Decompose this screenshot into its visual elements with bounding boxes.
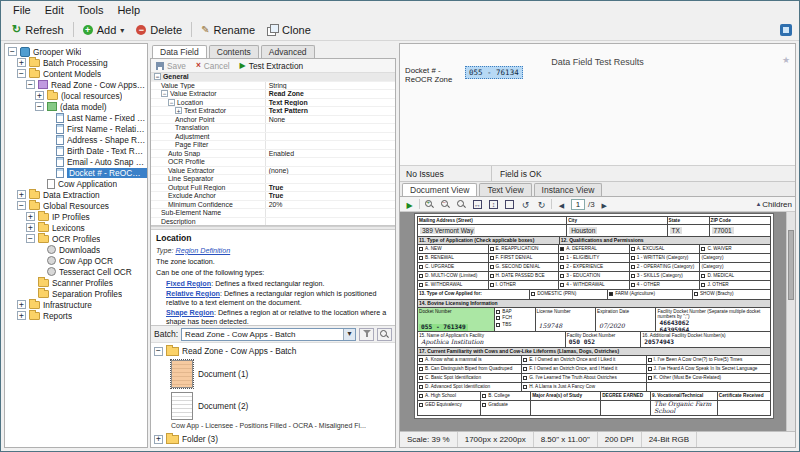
run-button[interactable] <box>403 198 416 210</box>
property-value[interactable]: Read Zone <box>266 90 395 98</box>
vertical-scrollbar[interactable] <box>786 212 795 431</box>
checkbox-icon[interactable] <box>419 358 423 362</box>
collapse-icon[interactable]: − <box>161 90 168 97</box>
checkbox-icon[interactable] <box>631 256 635 260</box>
star-icon[interactable] <box>782 56 790 65</box>
scrollbar-thumb[interactable] <box>788 230 794 300</box>
tree-item-lexicons[interactable]: +Lexicons <box>5 222 147 233</box>
children-control[interactable]: Children <box>757 200 792 209</box>
property-row-value-type[interactable]: Value TypeString <box>151 82 395 91</box>
checkbox-icon[interactable] <box>523 376 527 380</box>
property-row-value-extractor[interactable]: −Value ExtractorRead Zone <box>151 90 395 99</box>
checkbox-icon[interactable] <box>648 376 652 380</box>
fit-height-button[interactable] <box>487 198 500 210</box>
batch-doc-document-1[interactable]: Document (1) <box>151 358 395 390</box>
checkbox-icon[interactable] <box>419 403 423 407</box>
property-row-anchor-point[interactable]: Anchor PointNone <box>151 116 395 125</box>
property-value[interactable]: 20% <box>266 201 395 209</box>
checkbox-icon[interactable] <box>560 265 564 269</box>
tab-data-field[interactable]: Data Field <box>152 45 207 58</box>
tree-item-ip-profiles[interactable]: +IP Profiles <box>5 211 147 222</box>
checkbox-icon[interactable] <box>496 323 500 327</box>
filter-button[interactable] <box>359 328 374 341</box>
tree-item-local-resources[interactable]: +(local resources) <box>5 90 147 101</box>
property-value[interactable]: True <box>266 192 395 200</box>
tree-item-last-name-fixed-region[interactable]: Last Name - Fixed Region <box>5 112 147 123</box>
next-page-button[interactable] <box>598 198 611 210</box>
checkbox-icon[interactable] <box>419 283 423 287</box>
zoom-select-button[interactable] <box>455 198 468 210</box>
test-extraction-button[interactable]: Test Extraction <box>240 61 304 71</box>
property-row-value-extractor[interactable]: Value Extractor(none) <box>151 167 395 176</box>
tree-item-downloads[interactable]: Downloads <box>5 244 147 255</box>
property-row-line-separator[interactable]: Line Separator <box>151 175 395 184</box>
tree-item-birth-date-text-region[interactable]: Birth Date - Text Region <box>5 145 147 156</box>
property-row-page-filter[interactable]: Page Filter <box>151 141 395 150</box>
tree-item-cow-application[interactable]: Cow Application <box>5 178 147 189</box>
checkbox-icon[interactable] <box>701 247 705 251</box>
property-value[interactable]: String <box>266 82 395 90</box>
checkbox-icon[interactable] <box>609 292 613 296</box>
checkbox-icon[interactable] <box>419 247 423 251</box>
expand-icon[interactable]: + <box>17 190 26 199</box>
checkbox-icon[interactable] <box>523 367 527 371</box>
checkbox-icon[interactable] <box>490 283 494 287</box>
expand-icon[interactable]: + <box>17 58 26 67</box>
tab-document-view[interactable]: Document View <box>402 183 477 196</box>
tree-item-address-shape-region[interactable]: Address - Shape Region <box>5 134 147 145</box>
checkbox-icon[interactable] <box>701 274 705 278</box>
zoom-out-button[interactable] <box>439 198 452 210</box>
help-link-shape-region[interactable]: Shape Region <box>166 308 214 317</box>
collapse-icon[interactable]: − <box>26 80 35 89</box>
checkbox-icon[interactable] <box>496 316 500 320</box>
rotate-right-button[interactable] <box>535 198 548 210</box>
property-value[interactable]: True <box>266 184 395 192</box>
batch-selector[interactable]: Read Zone - Cow Apps - Batch <box>181 328 356 341</box>
property-value[interactable] <box>266 124 395 132</box>
tab-text-view[interactable]: Text View <box>479 183 531 196</box>
add-button[interactable]: Add <box>77 22 131 38</box>
tab-advanced[interactable]: Advanced <box>261 45 315 58</box>
expand-icon[interactable]: + <box>175 107 182 114</box>
tree-item-data-extraction[interactable]: +Data Extraction <box>5 189 147 200</box>
checkbox-icon[interactable] <box>560 247 564 251</box>
save-button[interactable]: Save <box>156 61 186 71</box>
property-value[interactable]: None <box>266 116 395 124</box>
property-row-output-full-region[interactable]: Output Full RegionTrue <box>151 184 395 193</box>
tab-instance-view[interactable]: Instance View <box>534 183 603 196</box>
tab-contents[interactable]: Contents <box>209 45 259 58</box>
property-row-sub-element-name[interactable]: Sub-Element Name <box>151 209 395 218</box>
rename-button[interactable]: Rename <box>195 22 261 38</box>
checkbox-icon[interactable] <box>419 385 423 389</box>
expand-icon[interactable]: + <box>35 91 44 100</box>
menu-tools[interactable]: Tools <box>71 3 111 17</box>
property-value[interactable] <box>266 158 395 166</box>
tree-item-docket-reocr-zone[interactable]: Docket # - ReOCR Zone <box>5 167 147 178</box>
collapse-icon[interactable]: − <box>168 99 175 106</box>
rotate-left-button[interactable] <box>519 198 532 210</box>
collapse-icon[interactable]: − <box>17 201 26 210</box>
property-value[interactable] <box>266 175 395 183</box>
fit-width-button[interactable] <box>471 198 484 210</box>
tree-item-email-auto-snap-and-value-i[interactable]: Email - Auto Snap and Value I... <box>5 156 147 167</box>
checkbox-icon[interactable] <box>631 274 635 278</box>
property-row-minimum-confidence[interactable]: Minimum Confidence20% <box>151 201 395 210</box>
checkbox-icon[interactable] <box>694 292 698 296</box>
document-thumbnail[interactable] <box>171 360 193 388</box>
checkbox-icon[interactable] <box>701 283 705 287</box>
menu-help[interactable]: Help <box>110 3 147 17</box>
property-row-auto-snap[interactable]: Auto SnapEnabled <box>151 150 395 159</box>
checkbox-icon[interactable] <box>496 310 500 314</box>
tree-item-separation-profiles[interactable]: Separation Profiles <box>5 288 147 299</box>
delete-button[interactable]: Delete <box>130 22 188 38</box>
collapse-icon[interactable]: − <box>8 47 17 56</box>
tree-item-cow-app-ocr[interactable]: Cow App OCR <box>5 255 147 266</box>
property-value[interactable]: Enabled <box>266 150 395 158</box>
search-button[interactable] <box>377 328 392 341</box>
property-row-exclude-anchor[interactable]: Exclude AnchorTrue <box>151 192 395 201</box>
checkbox-icon[interactable] <box>523 358 527 362</box>
expand-icon[interactable]: + <box>26 223 35 232</box>
checkbox-icon[interactable] <box>419 265 423 269</box>
property-value[interactable]: (none) <box>266 167 395 175</box>
expand-icon[interactable]: + <box>17 311 26 320</box>
